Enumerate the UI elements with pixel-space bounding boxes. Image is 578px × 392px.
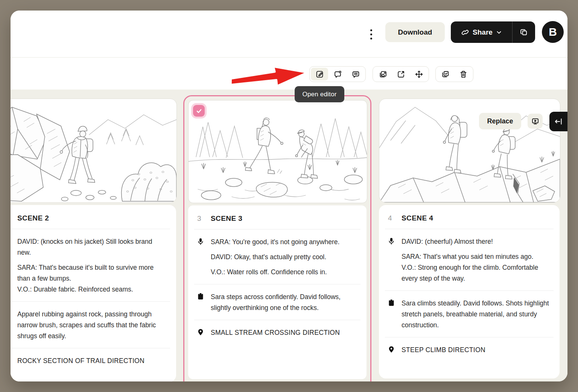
open-editor-button[interactable] xyxy=(311,68,328,81)
selection-checkbox[interactable] xyxy=(193,105,205,117)
scene-title: SCENE 4 xyxy=(402,214,433,222)
scene-3-sketch xyxy=(189,100,367,203)
comment-text-button[interactable] xyxy=(347,68,364,81)
scene-3-header: 3 SCENE 3 xyxy=(188,205,367,229)
scene-4-dialogue-section: DAVID: (cheerful) Almost there! SARA: Th… xyxy=(379,229,560,290)
comment-lines-icon xyxy=(351,70,360,79)
scene-number: 2 xyxy=(11,214,17,222)
chevron-down-icon xyxy=(496,29,502,35)
scene-3-action-section: Sara steps across confidently. David fol… xyxy=(188,284,367,320)
export-icon xyxy=(397,70,405,79)
toolbar: Replace xyxy=(11,58,567,90)
dialogue-line: SARA: That's because it's built to survi… xyxy=(17,262,167,295)
collapse-panel-button[interactable] xyxy=(549,112,567,131)
scene-2-frame-image[interactable] xyxy=(11,99,177,203)
dialogue-line: DAVID: (knocks on his jacket) Still look… xyxy=(17,236,167,258)
open-editor-tooltip: Open editor xyxy=(295,86,344,102)
checkmark-icon xyxy=(196,108,202,114)
trash-icon xyxy=(459,70,468,79)
dialogue-line: SARA: You're good, it's not going anywhe… xyxy=(211,237,357,248)
edit-icon xyxy=(315,70,324,79)
share-button-group: Share xyxy=(451,21,535,43)
scene-3-card[interactable]: 3 SCENE 3 SARA: You're good, it's not go… xyxy=(188,205,367,379)
move-icon xyxy=(415,70,423,79)
scene-4-card[interactable]: 4 SCENE 4 DAVID: (cheerful) Almost there… xyxy=(379,205,560,378)
delete-button[interactable] xyxy=(455,68,472,81)
sara-figure xyxy=(245,118,283,174)
download-button[interactable]: Download xyxy=(385,22,445,42)
edit-tools-group xyxy=(309,66,366,82)
scene-4-header: 4 SCENE 4 xyxy=(379,205,560,229)
share-button-label: Share xyxy=(473,28,493,36)
microphone-icon xyxy=(388,236,402,284)
scene-2-action-section: Apparel rubbing against rock, passing th… xyxy=(11,302,176,348)
copy-icon xyxy=(519,28,528,37)
david-figure xyxy=(295,130,318,178)
location-pin-icon xyxy=(388,345,402,356)
direction-text: SMALL STREAM CROSSING DIRECTION xyxy=(211,327,357,338)
preview-button[interactable] xyxy=(528,114,543,129)
move-button[interactable] xyxy=(410,68,427,81)
media-tools-group xyxy=(373,66,429,82)
images-icon xyxy=(379,70,387,79)
dialogue-line: DAVID: (cheerful) Almost there! xyxy=(402,236,551,247)
scene-title: SCENE 3 xyxy=(211,214,242,223)
link-icon xyxy=(461,28,469,36)
scene-2-direction-section: ROCKY SECTION OF TRAIL DIRECTION xyxy=(11,348,176,373)
images-button[interactable] xyxy=(374,68,391,81)
scene-2-header: 2 SCENE 2 xyxy=(11,205,176,229)
multi-select-icon xyxy=(441,70,450,79)
more-options-button[interactable] xyxy=(366,26,376,43)
direction-text: ROCKY SECTION OF TRAIL DIRECTION xyxy=(17,356,167,366)
location-pin-icon xyxy=(197,327,211,338)
header-bar: Download Share xyxy=(11,11,567,58)
collapse-left-icon xyxy=(554,117,563,126)
action-text: Sara steps across confidently. David fol… xyxy=(211,292,357,313)
share-button[interactable]: Share xyxy=(451,21,512,43)
action-text: Sara climbs steadily. David follows. Sho… xyxy=(402,298,551,331)
sara-figure xyxy=(443,115,467,173)
dialogue-line: DAVID: Okay, that's actually pretty cool… xyxy=(211,252,357,263)
scene-2-card[interactable]: 2 SCENE 2 DAVID: (knocks on his jacket) … xyxy=(11,205,176,381)
scene-number: 3 xyxy=(197,214,211,223)
scene-title: SCENE 2 xyxy=(17,214,49,222)
monitor-play-icon xyxy=(531,117,540,126)
clipboard-icon xyxy=(197,292,211,313)
scene-3-frame-image[interactable] xyxy=(188,100,367,203)
replace-button[interactable]: Replace xyxy=(479,113,521,129)
comment-pin-icon xyxy=(333,70,342,79)
direction-text: STEEP CLIMB DIRECTION xyxy=(402,345,551,356)
dialogue-line: V.O.: Water rolls off. Confidence rolls … xyxy=(211,267,357,278)
copy-link-button[interactable] xyxy=(513,21,535,43)
app-window: Download Share xyxy=(11,11,567,381)
export-frame-button[interactable] xyxy=(392,68,409,81)
scene-2-sketch xyxy=(11,99,176,202)
scene-4-direction-section: STEEP CLIMB DIRECTION xyxy=(379,337,560,362)
avatar[interactable]: B xyxy=(542,21,564,43)
scene-4-action-section: Sara climbs steadily. David follows. Sho… xyxy=(379,291,560,337)
scene-3-selected-card[interactable]: 3 SCENE 3 SARA: You're good, it's not go… xyxy=(183,95,371,381)
scene-3-direction-section: SMALL STREAM CROSSING DIRECTION xyxy=(188,320,367,345)
scene-3-dialogue-section: SARA: You're good, it's not going anywhe… xyxy=(188,229,367,284)
comment-pin-button[interactable] xyxy=(329,68,346,81)
dialogue-line: SARA: That's what you said ten minutes a… xyxy=(402,251,551,284)
selection-tools-group xyxy=(435,66,473,82)
scene-number: 4 xyxy=(388,214,402,222)
action-text: Apparel rubbing against rock, passing th… xyxy=(17,309,167,342)
multi-select-button[interactable] xyxy=(437,68,454,81)
clipboard-icon xyxy=(388,298,402,331)
microphone-icon xyxy=(197,237,211,278)
scene-2-dialogue-section: DAVID: (knocks on his jacket) Still look… xyxy=(11,229,176,301)
